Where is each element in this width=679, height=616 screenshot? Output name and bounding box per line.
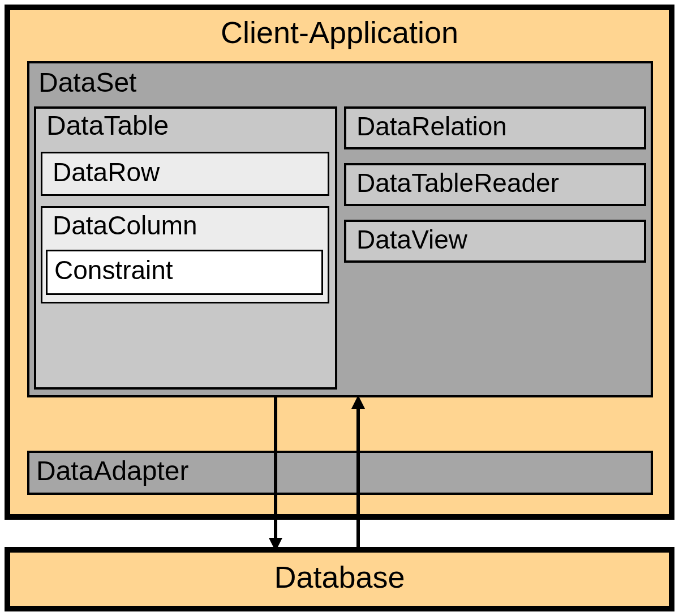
dataset-title: DataSet: [29, 63, 651, 104]
datarow-box: DataRow: [41, 152, 329, 196]
architecture-diagram: Client-Application DataSet DataTable Dat…: [0, 0, 679, 616]
constraint-title: Constraint: [48, 251, 321, 285]
arrow-down-head: [269, 538, 282, 551]
datatablereader-box: DataTableReader: [344, 163, 646, 206]
dataset-box: DataSet DataTable DataRow DataColumn Con…: [27, 61, 653, 397]
datatable-box: DataTable DataRow DataColumn Constraint: [34, 106, 337, 390]
datarow-title: DataRow: [42, 153, 328, 187]
client-application-title: Client-Application: [10, 10, 669, 57]
arrow-down-line: [274, 395, 277, 540]
constraint-box: Constraint: [46, 250, 323, 295]
datatable-title: DataTable: [36, 109, 335, 146]
datatablereader-title: DataTableReader: [346, 165, 644, 198]
arrow-up-head: [351, 395, 365, 409]
database-box: Database: [5, 547, 674, 611]
datacolumn-title: DataColumn: [42, 208, 328, 245]
dataview-box: DataView: [344, 220, 646, 263]
datarelation-title: DataRelation: [346, 109, 644, 142]
datacolumn-box: DataColumn Constraint: [41, 206, 329, 303]
dataadapter-title: DataAdapter: [29, 453, 651, 486]
dataview-title: DataView: [346, 222, 644, 255]
arrow-up-line: [356, 408, 360, 551]
dataadapter-box: DataAdapter: [27, 451, 653, 495]
database-title: Database: [10, 553, 669, 594]
client-application-box: Client-Application DataSet DataTable Dat…: [5, 5, 674, 520]
datarelation-box: DataRelation: [344, 106, 646, 149]
